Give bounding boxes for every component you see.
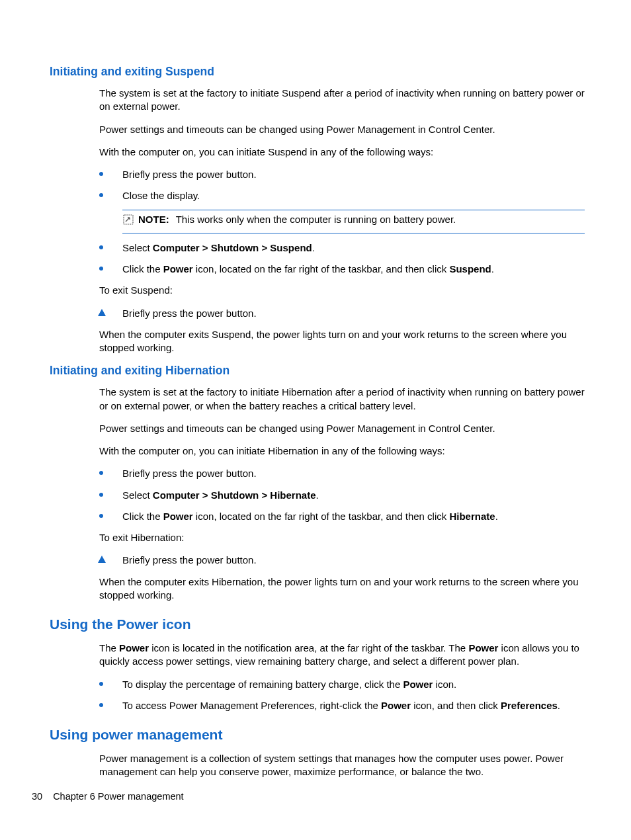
step-list: Briefly press the power button. [99,307,585,320]
paragraph: To exit Suspend: [99,284,585,297]
text: Select [122,242,153,253]
triangle-icon [98,556,106,563]
heading-suspend: Initiating and exiting Suspend [50,65,585,79]
page-number: 30 [32,791,42,802]
bullet-list: Briefly press the power button. Close th… [99,168,585,276]
bold-text: Hibernate [449,511,495,522]
list-item: Close the display. NOTE:This works only … [99,189,585,233]
list-item: To display the percentage of remaining b… [99,678,585,691]
list-item: Select Computer > Shutdown > Suspend. [99,241,585,255]
text: To access Power Management Preferences, … [122,700,381,711]
paragraph: The system is set at the factory to init… [99,386,585,413]
paragraph: The Power icon is located in the notific… [99,642,585,669]
paragraph: When the computer exits Hibernation, the… [99,575,585,603]
section-body: The system is set at the factory to init… [99,386,585,602]
bold-text: Power [119,642,149,653]
note-label: NOTE: [138,214,169,225]
text: Click the [122,263,163,274]
page-content: Initiating and exiting Suspend The syste… [50,65,585,779]
text: icon, located on the far right of the ta… [193,511,450,522]
bold-text: Preferences [501,700,558,711]
list-item: To access Power Management Preferences, … [99,699,585,712]
chapter-label: Chapter 6 Power management [53,791,183,802]
paragraph: Power settings and timeouts can be chang… [99,123,585,136]
step-text: Briefly press the power button. [122,308,257,319]
bold-text: Power [163,511,193,522]
text: . [316,489,319,501]
note-content: NOTE:This works only when the computer i… [138,213,456,226]
triangle-icon [98,309,106,316]
text: . [495,511,498,522]
step-item: Briefly press the power button. [99,554,585,567]
step-list: Briefly press the power button. [99,554,585,567]
list-item: Click the Power icon, located on the far… [99,263,585,276]
step-text: Briefly press the power button. [122,554,257,566]
bold-text: Power [381,700,411,711]
heading-power-management: Using power management [50,727,585,743]
text: . [312,242,315,253]
bold-text: Computer > Shutdown > Hibernate [153,489,316,501]
section-body: The Power icon is located in the notific… [99,642,585,712]
paragraph: To exit Hibernation: [99,531,585,544]
document-page: Initiating and exiting Suspend The syste… [0,0,631,840]
bold-text: Computer > Shutdown > Suspend [153,242,312,253]
bullet-list: To display the percentage of remaining b… [99,678,585,713]
bold-text: Power [163,263,193,274]
text: . [558,700,560,711]
paragraph: With the computer on, you can initiate S… [99,146,585,159]
text: icon, and then click [411,700,501,711]
bold-text: Power [403,679,433,690]
text: icon, located on the far right of the ta… [193,263,450,274]
heading-power-icon: Using the Power icon [50,616,585,632]
text: To display the percentage of remaining b… [122,679,403,690]
text: icon. [433,679,456,690]
text: icon is located in the notification area… [149,642,468,653]
section-body: Power management is a collection of syst… [99,752,585,779]
bullet-list: Briefly press the power button. Select C… [99,467,585,523]
svg-rect-0 [124,215,133,224]
paragraph: Power management is a collection of syst… [99,752,585,779]
list-item: Select Computer > Shutdown > Hibernate. [99,489,585,502]
heading-hibernation: Initiating and exiting Hibernation [50,364,585,378]
paragraph: When the computer exits Suspend, the pow… [99,328,585,355]
step-item: Briefly press the power button. [99,307,585,320]
bold-text: Suspend [449,263,491,274]
page-footer: 30Chapter 6 Power management [32,791,184,802]
text: The [99,642,119,653]
note-box: NOTE:This works only when the computer i… [122,210,585,233]
bold-text: Power [468,642,498,653]
paragraph: Power settings and timeouts can be chang… [99,422,585,435]
paragraph: The system is set at the factory to init… [99,87,585,114]
text: Select [122,489,153,501]
note-text: This works only when the computer is run… [176,214,456,225]
list-item: Briefly press the power button. [99,168,585,181]
list-item: Click the Power icon, located on the far… [99,510,585,523]
text: . [491,263,494,274]
paragraph: With the computer on, you can initiate H… [99,444,585,458]
section-body: The system is set at the factory to init… [99,87,585,355]
note-icon [122,214,134,229]
list-item: Briefly press the power button. [99,467,585,480]
list-text: Close the display. [122,190,200,201]
text: Click the [122,511,163,522]
